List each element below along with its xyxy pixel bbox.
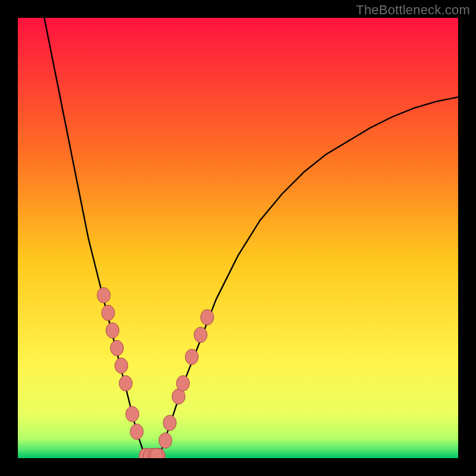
data-marker [97, 287, 110, 303]
watermark-text: TheBottleneck.com [356, 2, 470, 18]
gradient-background [18, 18, 458, 458]
data-marker [185, 349, 198, 365]
data-marker [102, 305, 115, 321]
data-marker [126, 406, 139, 422]
data-marker [159, 433, 172, 448]
chart-frame: TheBottleneck.com [0, 0, 476, 476]
chart-svg [18, 18, 458, 458]
data-marker [177, 375, 190, 391]
data-marker [194, 327, 207, 343]
data-marker [163, 415, 176, 431]
data-marker [115, 358, 128, 374]
data-marker [111, 340, 124, 356]
data-marker [130, 424, 143, 440]
data-marker [119, 375, 132, 391]
plot-area [18, 18, 458, 458]
data-marker [201, 309, 214, 325]
data-marker [106, 322, 119, 338]
